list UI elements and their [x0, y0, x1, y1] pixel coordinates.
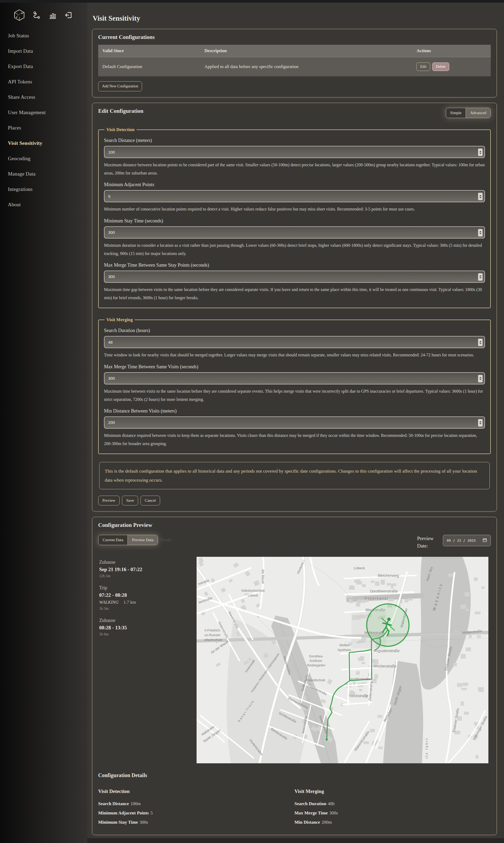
detail-item: Search Duration48h [294, 801, 491, 806]
table-row: Default Configuration Applied to all dat… [98, 57, 491, 76]
sidebar-item-geocoding[interactable]: Geocoding [8, 156, 87, 161]
svg-text:Dorothea-: Dorothea- [309, 654, 323, 658]
number-spinner[interactable] [478, 148, 483, 156]
search-distance-label: Search Distance (meters) [104, 138, 485, 143]
min-adjacent-points-input[interactable]: 5 [104, 190, 485, 202]
edit-button[interactable]: Edit [416, 63, 430, 71]
sidebar-item-places[interactable]: Places [8, 125, 87, 131]
delete-button[interactable]: Delete [432, 63, 450, 71]
number-spinner[interactable] [478, 419, 483, 426]
sidebar-item-manage-data[interactable]: Manage Data [8, 171, 87, 177]
logout-icon[interactable] [64, 11, 73, 20]
cell-valid-since: Default Configuration [98, 59, 200, 75]
number-spinner[interactable] [478, 375, 483, 382]
calendar-icon[interactable] [483, 538, 487, 543]
min-stay-time-input[interactable]: 300 [104, 226, 485, 239]
svg-text:Lübeck: Lübeck [248, 594, 258, 597]
svg-text:Yorckstraße: Yorckstraße [349, 694, 368, 698]
svg-text:Volkshochschule: Volkshochschule [241, 589, 265, 593]
sidebar-item-integrations[interactable]: Integrations [8, 187, 87, 192]
svg-text:Dükerkanal: Dükerkanal [364, 597, 389, 600]
svg-text:Seydlitzstraße: Seydlitzstraße [349, 677, 371, 681]
cell-description: Applied to all data before any specific … [200, 59, 412, 75]
default-configuration-note: This is the default configuration that a… [99, 462, 490, 489]
timeline-entry[interactable]: Zuhause Sep 21 19:16 - 07:22 12h 5m [99, 559, 190, 578]
visit-merging-fieldset: Visit Merging Search Duration (hours) 48… [98, 317, 491, 454]
edit-configuration-heading: Edit Configuration [98, 108, 143, 115]
preview-button[interactable]: Preview [98, 496, 120, 506]
preview-date-input[interactable]: 09 / 22 / 2025 [443, 535, 491, 546]
app-logo-icon[interactable] [13, 9, 25, 21]
detail-item: Search Distance100m [98, 801, 294, 806]
main-content: Visit Sensitivity Current Configurations… [87, 3, 504, 835]
timeline-entry[interactable]: Zuhause 08:28 - 13:35 5h 6m [99, 618, 190, 636]
route-icon[interactable] [32, 11, 41, 20]
advanced-mode-button[interactable]: Advanced [466, 108, 490, 118]
sidebar-item-visit-sensitivity[interactable]: Visit Sensitivity [8, 140, 87, 146]
edit-configuration-card: Edit Configuration Simple Advanced Visit… [92, 103, 497, 511]
max-merge-visits-input[interactable]: 300 [104, 372, 485, 384]
trip-mode: WALKING [99, 600, 119, 605]
svg-text:Augustenstraße: Augustenstraße [374, 649, 400, 653]
current-configurations-heading: Current Configurations [98, 34, 491, 40]
svg-text:on-Rumohr: on-Rumohr [204, 633, 220, 637]
sidebar-item-export-data[interactable]: Export Data [8, 64, 87, 69]
svg-text:Dorotheenstraße: Dorotheenstraße [370, 589, 398, 593]
max-merge-stay-label: Max Merge Time Between Same Stay Points … [104, 262, 485, 268]
svg-text:elfachschule: elfachschule [204, 638, 222, 642]
sidebar-item-share-access[interactable]: Share Access [8, 94, 87, 100]
detail-item: Minimum Adjacent Points5 [98, 810, 294, 816]
svg-text:itz fahrt: itz fahrt [425, 737, 429, 758]
number-spinner[interactable] [478, 273, 483, 281]
sidebar-item-import-data[interactable]: Import Data [8, 48, 87, 54]
max-merge-stay-input[interactable]: 300 [104, 270, 485, 283]
sidebar-item-api-tokens[interactable]: API Tokens [8, 79, 87, 85]
sidebar-item-about[interactable]: About [8, 202, 87, 208]
search-duration-input[interactable]: 48 [104, 336, 485, 348]
tab-current-data[interactable]: Current Data [98, 535, 127, 545]
preview-map[interactable]: LübeckBleichenwegDorotheenstraßeDükerkan… [197, 557, 488, 763]
min-distance-visits-input[interactable]: 200 [104, 417, 485, 429]
svg-text:Lübeck: Lübeck [354, 566, 365, 570]
tab-preview-data[interactable]: Preview Data [127, 535, 158, 545]
svg-text:Kalandschule: Kalandschule [306, 678, 325, 682]
max-merge-visits-help: Maximum time between visits to the same … [104, 387, 485, 404]
configuration-preview-heading: Configuration Preview [98, 522, 491, 528]
add-new-configuration-button[interactable]: Add New Configuration [98, 81, 142, 91]
number-spinner[interactable] [478, 229, 483, 236]
top-strip [0, 0, 504, 3]
cell-actions: Edit Delete [412, 57, 491, 76]
configurations-table: Valid Since Description Actions Default … [98, 45, 491, 76]
sidebar-item-job-status[interactable]: Job Status [8, 33, 87, 39]
svg-text:Moltkestraße: Moltkestraße [364, 631, 384, 635]
bar-chart-icon[interactable] [48, 11, 57, 20]
ready-status: Ready [161, 538, 172, 542]
preview-date-label: Preview Date: [417, 535, 439, 550]
search-distance-input[interactable]: 100 [104, 146, 485, 158]
min-stay-time-help: Minimum duration to consider a location … [104, 241, 485, 258]
svg-text:Bleichenweg: Bleichenweg [378, 574, 399, 578]
max-merge-visits-label: Max Merge Time Between Same Visits (seco… [104, 364, 485, 370]
svg-text:Blücherstraße: Blücherstraße [373, 664, 396, 668]
min-distance-visits-label: Min Distance Between Visits (meters) [104, 408, 485, 414]
visit-timeline: Zuhause Sep 21 19:16 - 07:22 12h 5m Trip… [98, 557, 197, 763]
timeline-entry[interactable]: Trip 07:22 - 08:28 WALKING 1.7 km 1h 5m [99, 585, 190, 611]
number-spinner[interactable] [478, 193, 483, 200]
visit-detection-legend: Visit Detection [105, 127, 137, 133]
min-distance-visits-help: Minimum distance required between visits… [104, 431, 485, 448]
visit-detection-fieldset: Visit Detection Search Distance (meters)… [98, 127, 491, 308]
svg-text:der Mauer: der Mauer [261, 569, 265, 584]
column-description: Description [200, 45, 412, 57]
table-header-row: Valid Since Description Actions [98, 45, 491, 57]
sidebar-item-user-management[interactable]: User Management [8, 110, 87, 116]
svg-text:Apotheke: Apotheke [338, 648, 351, 652]
details-visit-merging: Visit Merging Search Duration48h Max Mer… [294, 788, 491, 829]
page-title: Visit Sensitivity [93, 14, 504, 22]
cancel-button[interactable]: Cancel [141, 496, 160, 506]
save-button[interactable]: Save [122, 496, 138, 506]
simple-mode-button[interactable]: Simple [446, 108, 466, 118]
details-visit-detection: Visit Detection Search Distance100m Mini… [98, 788, 294, 829]
mode-toggle: Simple Advanced [446, 108, 491, 118]
number-spinner[interactable] [478, 339, 483, 346]
svg-text:Kindergarten: Kindergarten [307, 664, 325, 667]
